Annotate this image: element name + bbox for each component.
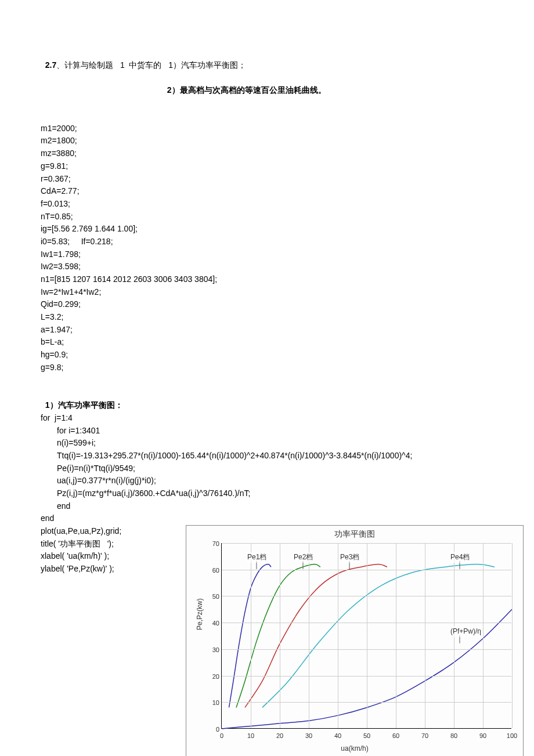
code-line: Iw1=1.798;	[41, 248, 493, 261]
code-line: Qid=0.299;	[41, 298, 493, 311]
code-line: r=0.367;	[41, 173, 493, 186]
grid-line-v	[280, 543, 280, 728]
code-line: Iw=2*Iw1+4*Iw2;	[41, 286, 493, 299]
grid-line-v	[512, 543, 513, 728]
plot-area: 0102030405060700102030405060708090100Pe1…	[221, 543, 511, 729]
curve-annotation: Pe1档	[246, 552, 268, 563]
code-line: ig=[5.56 2.769 1.644 1.00];	[41, 223, 493, 236]
code-for-outer-open: for j=1:4	[41, 412, 493, 425]
ytick-label: 60	[205, 566, 219, 576]
xtick-label: 50	[361, 731, 373, 741]
code-line: Pe(i)=n(i)*Ttq(i)/9549;	[41, 462, 493, 475]
xtick-label: 100	[506, 731, 518, 741]
xtick-label: 80	[448, 731, 460, 741]
xtick-label: 70	[419, 731, 431, 741]
code-line: b=L-a;	[41, 336, 493, 349]
code-line: hg=0.9;	[41, 349, 493, 361]
ytick-label: 70	[205, 539, 219, 549]
ytick-label: 50	[205, 592, 219, 602]
code-line: n(i)=599+i;	[41, 437, 493, 450]
code-line: Pz(i,j)=(mz*g*f*ua(i,j)/3600.+CdA*ua(i,j…	[41, 487, 493, 500]
problem-header-line1: 2.7、计算与绘制题 1 中货车的 1）汽车功率平衡图；	[41, 46, 493, 71]
grid-line-v	[483, 543, 484, 728]
problem-number: 2.7	[45, 60, 56, 70]
code-line: for i=1:3401	[41, 425, 493, 437]
xtick-label: 30	[303, 731, 315, 741]
ytick-label: 10	[205, 698, 219, 708]
code-line: Ttq(i)=-19.313+295.27*(n(i)/1000)-165.44…	[41, 450, 493, 462]
code-line: Iw2=3.598;	[41, 261, 493, 273]
code-line: mz=3880;	[41, 147, 493, 160]
code-line: m1=2000;	[41, 122, 493, 135]
problem-header-line1-text: 、计算与绘制题 1 中货车的 1）汽车功率平衡图；	[56, 60, 246, 70]
grid-line-v	[251, 543, 251, 728]
code-line: m2=1800;	[41, 135, 493, 147]
curve-Pe3档	[245, 565, 387, 708]
code-line: end	[41, 500, 493, 513]
ytick-label: 20	[205, 672, 219, 682]
curve-annotation: Pe2档	[293, 552, 314, 563]
code-line: i0=5.83; If=0.218;	[41, 236, 493, 248]
grid-line-v	[367, 543, 367, 728]
ytick-label: 30	[205, 645, 219, 655]
code-line: nT=0.85;	[41, 211, 493, 223]
problem-header-line2: 2）最高档与次高档的等速百公里油耗曲线。	[41, 71, 493, 96]
curve-Pe2档	[236, 565, 320, 708]
ytick-label: 40	[205, 618, 219, 628]
grid-line-v	[396, 543, 396, 728]
section1-title-text: 1）汽车功率平衡图：	[45, 400, 123, 410]
grid-line-v	[338, 543, 338, 728]
xtick-label: 10	[245, 731, 257, 741]
xtick-label: 0	[216, 731, 228, 741]
code-line: a=1.947;	[41, 324, 493, 337]
grid-line-v	[425, 543, 425, 728]
code-line: ua(i,j)=0.377*r*n(i)/(ig(j)*i0);	[41, 475, 493, 487]
xtick-label: 90	[477, 731, 489, 741]
chart-title: 功率平衡图	[186, 528, 523, 541]
code-line: f=0.013;	[41, 198, 493, 211]
grid-line-v	[309, 543, 309, 728]
curve-Pe1档	[229, 565, 272, 708]
power-balance-chart: 功率平衡图 0102030405060700102030405060708090…	[186, 525, 524, 756]
problem-header-line2-text: 2）最高档与次高档的等速百公里油耗曲线。	[167, 85, 326, 95]
curve-annotation: Pe4档	[449, 552, 471, 563]
section1-title: 1）汽车功率平衡图：	[41, 387, 493, 412]
code-line: CdA=2.77;	[41, 185, 493, 198]
code-block-inner-loop: for i=1:3401n(i)=599+i;Ttq(i)=-19.313+29…	[41, 425, 493, 513]
code-line: n1=[815 1207 1614 2012 2603 3006 3403 38…	[41, 273, 493, 286]
curve-annotation: Pe3档	[339, 552, 360, 563]
code-for-outer-close: end	[41, 512, 493, 525]
xtick-label: 20	[274, 731, 286, 741]
code-block-parameters: m1=2000;m2=1800;mz=3880;g=9.81;r=0.367;C…	[41, 122, 493, 374]
curve-annotation: (Pf+Pw)/η	[449, 626, 482, 637]
xtick-label: 60	[390, 731, 402, 741]
code-line: g=9.81;	[41, 160, 493, 173]
chart-ylabel: Pe,Pz(kw)	[194, 598, 205, 630]
xtick-label: 40	[332, 731, 344, 741]
code-line: g=9.8;	[41, 361, 493, 374]
chart-xlabel: ua(km/h)	[186, 743, 523, 754]
code-line: L=3.2;	[41, 311, 493, 324]
